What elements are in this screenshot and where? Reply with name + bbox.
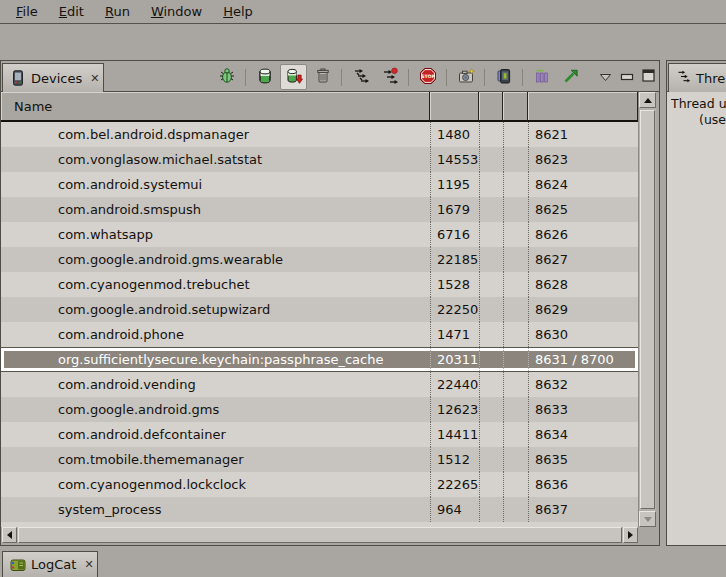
column-header-empty-2[interactable] <box>503 92 528 122</box>
cell-empty-2 <box>503 172 528 197</box>
cell-process-name: com.android.vending <box>1 372 430 397</box>
table-row[interactable]: com.android.phone 1471 8630 <box>1 322 638 347</box>
menu-edit[interactable]: Edit <box>51 2 92 21</box>
cell-pid: 1195 <box>430 172 479 197</box>
view-menu-button[interactable] <box>599 70 612 85</box>
tab-threads-label: Threads <box>696 71 726 86</box>
column-header-pid[interactable] <box>430 92 479 122</box>
cell-pid: 14553 <box>430 147 479 172</box>
screen-capture-button[interactable] <box>452 64 479 90</box>
column-header-empty-1[interactable] <box>479 92 503 122</box>
menu-file[interactable]: File <box>8 2 46 21</box>
table-row[interactable]: com.google.android.setupwizard 22250 862… <box>1 297 638 322</box>
horizontal-scroll-thumb[interactable] <box>18 527 622 543</box>
ddms-window: File Edit Run Window Help Devices ✕ <box>0 0 726 577</box>
systrace-button[interactable] <box>528 64 555 90</box>
table-header: Name <box>1 92 638 122</box>
cell-empty-1 <box>479 497 503 522</box>
table-row[interactable]: com.tmobile.thememanager 1512 8635 <box>1 447 638 472</box>
menu-help-label: Help <box>223 4 253 19</box>
cell-process-name: com.tmobile.thememanager <box>1 447 430 472</box>
scroll-left-button[interactable] <box>2 527 17 543</box>
menu-window[interactable]: Window <box>143 2 210 21</box>
dump-hprof-button[interactable] <box>280 64 307 90</box>
logcat-icon <box>10 557 26 573</box>
cell-debug-port: 8633 <box>528 397 638 422</box>
cell-pid: 1528 <box>430 272 479 297</box>
table-row[interactable]: com.android.smspush 1679 8625 <box>1 197 638 222</box>
table-row[interactable]: com.cyanogenmod.trebuchet 1528 8628 <box>1 272 638 297</box>
maximize-button[interactable] <box>642 69 655 85</box>
tab-threads[interactable]: Threads <box>668 63 726 92</box>
cell-process-name: com.google.android.setupwizard <box>1 297 430 322</box>
table-row[interactable]: com.whatsapp 6716 8626 <box>1 222 638 247</box>
cell-process-name: system_process <box>1 497 430 522</box>
toolbar-separator <box>484 69 485 86</box>
method-profiling-button[interactable] <box>376 64 403 90</box>
stop-process-button[interactable]: STOP <box>414 64 441 90</box>
table-row[interactable]: system_process 964 8637 <box>1 497 638 522</box>
update-heap-button[interactable] <box>251 64 278 90</box>
scroll-up-button[interactable] <box>639 92 656 108</box>
cell-pid: 22250 <box>430 297 479 322</box>
cell-pid: 1512 <box>430 447 479 472</box>
table-row[interactable]: com.vonglasow.michael.satstat 14553 8623 <box>1 147 638 172</box>
cell-debug-port: 8629 <box>528 297 638 322</box>
cell-pid: 20311 <box>430 348 479 371</box>
systrace-bars-icon <box>533 67 551 88</box>
table-row[interactable]: com.cyanogenmod.lockclock 22265 8636 <box>1 472 638 497</box>
cell-debug-port: 8630 <box>528 322 638 347</box>
cell-empty-2 <box>503 372 528 397</box>
cell-empty-2 <box>503 397 528 422</box>
cell-process-name: com.vonglasow.michael.satstat <box>1 147 430 172</box>
close-icon[interactable]: ✕ <box>84 558 93 571</box>
cause-gc-button[interactable] <box>309 64 336 90</box>
cell-debug-port: 8625 <box>528 197 638 222</box>
table-row[interactable]: com.android.defcontainer 14411 8634 <box>1 422 638 447</box>
left-arrow-icon <box>7 531 12 539</box>
toolbar-separator <box>245 69 246 86</box>
vertical-scroll-thumb[interactable] <box>640 110 655 509</box>
close-icon[interactable]: ✕ <box>90 72 99 85</box>
table-row[interactable]: com.bel.android.dspmanager 1480 8621 <box>1 122 638 147</box>
tab-logcat[interactable]: LogCat ✕ <box>2 551 98 577</box>
green-arrow-icon <box>562 67 580 88</box>
column-header-name[interactable]: Name <box>1 92 430 122</box>
minimize-button[interactable] <box>620 70 634 85</box>
debug-process-button[interactable] <box>213 64 240 90</box>
cell-empty-1 <box>479 272 503 297</box>
vertical-scrollbar[interactable] <box>638 92 656 527</box>
devices-panel: Devices ✕ <box>0 60 660 546</box>
update-threads-button[interactable] <box>347 64 374 90</box>
cell-pid: 22185 <box>430 247 479 272</box>
cell-process-name: com.google.android.gms <box>1 397 430 422</box>
screen-record-button[interactable] <box>490 64 517 90</box>
devices-tabbar: Devices ✕ <box>1 61 659 92</box>
scroll-down-button[interactable] <box>639 511 656 527</box>
table-row[interactable]: com.android.systemui 1195 8624 <box>1 172 638 197</box>
cell-process-name: com.android.smspush <box>1 197 430 222</box>
table-row[interactable]: org.sufficientlysecure.keychain:passphra… <box>1 347 638 372</box>
table-row[interactable]: com.google.android.gms 12623 8633 <box>1 397 638 422</box>
cell-empty-1 <box>479 397 503 422</box>
heap-cylinder-icon <box>256 67 274 88</box>
column-header-port[interactable] <box>528 92 638 122</box>
horizontal-scrollbar[interactable] <box>2 527 638 543</box>
tab-devices[interactable]: Devices ✕ <box>2 63 104 92</box>
scroll-right-button[interactable] <box>623 527 638 543</box>
threads-tabbar: Threads <box>667 61 726 92</box>
cell-empty-1 <box>479 247 503 272</box>
table-row[interactable]: com.android.vending 22440 8632 <box>1 372 638 397</box>
cell-empty-2 <box>503 247 528 272</box>
menu-file-label: File <box>16 4 38 19</box>
threads-message-line2: (use toolbar button to enable) <box>671 112 726 128</box>
cell-process-name: com.android.defcontainer <box>1 422 430 447</box>
menu-run[interactable]: Run <box>97 2 138 21</box>
menu-help[interactable]: Help <box>215 2 261 21</box>
threads-icon <box>352 67 370 88</box>
cell-empty-2 <box>503 322 528 347</box>
cell-empty-1 <box>479 348 503 371</box>
cell-empty-2 <box>503 422 528 447</box>
table-row[interactable]: com.google.android.gms.wearable 22185 86… <box>1 247 638 272</box>
opengl-trace-button[interactable] <box>557 64 584 90</box>
